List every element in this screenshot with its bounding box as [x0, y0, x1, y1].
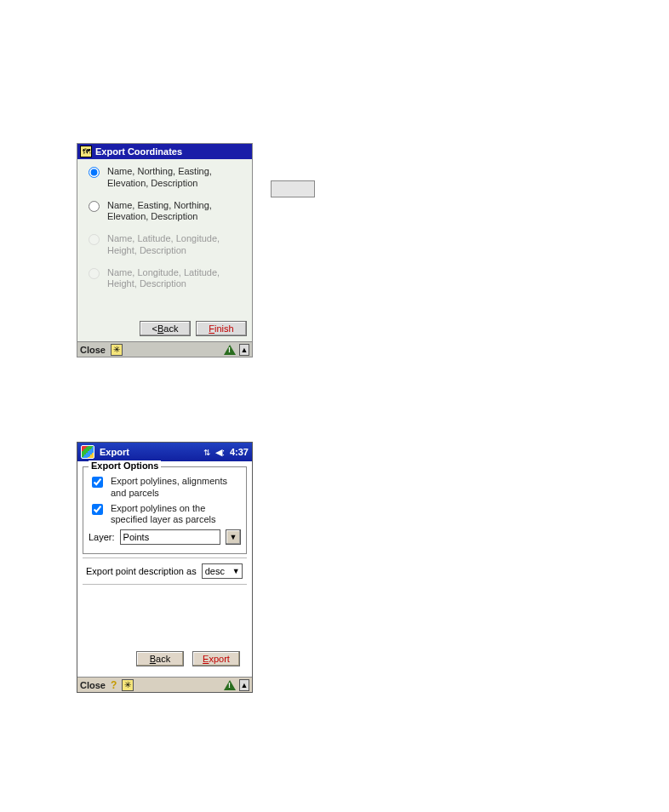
radio-option-latlon: Name, Latitude, Longitude, Height, Descr…: [84, 233, 245, 257]
export-rest: xport: [209, 654, 229, 664]
sip-toggle-icon[interactable]: ▲: [239, 344, 249, 356]
chk-polylines-label: Export polylines, alignments and parcels: [111, 476, 241, 500]
dialog-body: Name, Northing, Easting, Elevation, Desc…: [77, 159, 252, 321]
wm-titlebar: Export ⇅ ◀: 4:37: [77, 443, 252, 461]
radio-lonlat-label: Name, Longitude, Latitude, Height, Descr…: [107, 267, 245, 291]
radio-nen-label: Name, Easting, Northing, Elevation, Desc…: [107, 200, 245, 224]
radio-nen-input[interactable]: [89, 201, 100, 212]
sip-toggle-icon[interactable]: ▲: [239, 679, 249, 691]
volume-icon[interactable]: ◀:: [215, 447, 225, 458]
export-dialog: Export ⇅ ◀: 4:37 Export Options Export p…: [77, 442, 253, 693]
button-row: Back Export: [83, 585, 247, 672]
radio-latlon-label: Name, Latitude, Longitude, Height, Descr…: [107, 233, 245, 257]
back-button[interactable]: Back: [136, 651, 184, 666]
status-bar: Close ? ✳ ▲: [77, 677, 252, 692]
group-legend: Export Options: [89, 460, 161, 471]
finish-mnemonic: F: [209, 323, 214, 334]
dialog-body: Export Options Export polylines, alignme…: [77, 461, 252, 677]
warning-icon[interactable]: [224, 345, 236, 355]
radio-option-nen[interactable]: Name, Easting, Northing, Elevation, Desc…: [84, 200, 245, 224]
dialog-title: Export: [100, 447, 129, 457]
titlebar: 🗺 Export Coordinates: [77, 144, 252, 159]
help-icon[interactable]: ?: [111, 679, 117, 691]
checkbox-export-polylines[interactable]: Export polylines, alignments and parcels: [89, 476, 241, 500]
export-coordinates-dialog: 🗺 Export Coordinates Name, Northing, Eas…: [77, 143, 253, 357]
chk-layerparcels-input[interactable]: [92, 504, 103, 515]
chk-layerparcels-label: Export polylines on the specified layer …: [111, 503, 241, 527]
star-icon[interactable]: ✳: [122, 679, 134, 691]
connectivity-icon[interactable]: ⇅: [203, 448, 210, 457]
radio-option-nne[interactable]: Name, Northing, Easting, Elevation, Desc…: [84, 166, 245, 190]
layer-label: Layer:: [89, 532, 115, 542]
desc-label: Export point description as: [86, 566, 197, 576]
dialog-title: Export Coordinates: [95, 146, 182, 157]
description-row: Export point description as desc ▼: [83, 558, 247, 585]
back-button[interactable]: < Back: [140, 321, 191, 336]
finish-button[interactable]: Finish: [196, 321, 247, 336]
desc-combo-value: desc: [205, 566, 225, 576]
gray-placeholder-box: [271, 180, 315, 197]
layer-combo-value: Points: [123, 532, 150, 542]
close-button[interactable]: Close: [80, 345, 106, 355]
radio-nne-input[interactable]: [89, 167, 100, 178]
close-button[interactable]: Close: [80, 680, 106, 690]
back-rest: ack: [163, 323, 178, 334]
button-row: < Back Finish: [77, 321, 252, 341]
back-rest: ack: [156, 654, 170, 664]
radio-latlon-input: [89, 234, 100, 245]
export-options-group: Export Options Export polylines, alignme…: [83, 466, 247, 554]
app-icon: 🗺: [80, 146, 92, 157]
chk-polylines-input[interactable]: [92, 477, 103, 488]
star-icon[interactable]: ✳: [111, 344, 123, 356]
back-mnemonic: B: [150, 654, 156, 664]
export-button[interactable]: Export: [192, 651, 240, 666]
checkbox-layer-as-parcels[interactable]: Export polylines on the specified layer …: [89, 503, 241, 527]
radio-lonlat-input: [89, 268, 100, 279]
finish-rest: inish: [214, 323, 234, 334]
start-icon[interactable]: [81, 445, 94, 459]
layer-row: Layer: Points ▼: [89, 529, 241, 545]
radio-nne-label: Name, Northing, Easting, Elevation, Desc…: [107, 166, 245, 190]
back-mnemonic: B: [157, 323, 163, 334]
status-bar: Close ✳ ▲: [77, 341, 252, 357]
clock-text[interactable]: 4:37: [230, 447, 249, 457]
desc-combo[interactable]: desc ▼: [202, 563, 243, 579]
layer-combo[interactable]: Points: [120, 529, 220, 545]
warning-icon[interactable]: [224, 680, 236, 690]
desc-combo-dropdown-icon: ▼: [232, 567, 240, 575]
export-mnemonic: E: [203, 654, 209, 664]
layer-combo-dropdown-icon[interactable]: ▼: [226, 529, 241, 545]
radio-option-lonlat: Name, Longitude, Latitude, Height, Descr…: [84, 267, 245, 291]
